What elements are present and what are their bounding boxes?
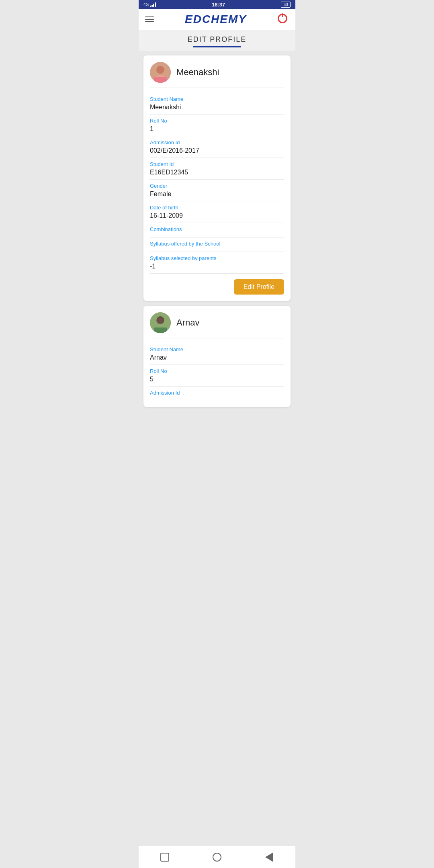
label-roll-no: Roll No [150,118,284,124]
label-student-id: Student Id [150,161,284,167]
signal-bars [150,2,156,7]
signal-bar-3 [153,4,154,7]
hamburger-line-2 [145,19,154,20]
label-student-name: Student Name [150,96,284,102]
value-admission-id: 002/E/2016-2017 [150,147,284,154]
signal-bar-4 [155,2,156,7]
power-button[interactable] [278,14,289,25]
value-student-name-arnav: Arnav [150,354,284,361]
avatar-svg-arnav [150,312,171,333]
card-header-meenakshi: Meenakshi [150,62,284,88]
page-title-section: EDIT PROFILE [139,30,295,51]
field-student-name-arnav: Student Name Arnav [150,343,284,365]
label-syllabus-school: Syllabus offered by the School [150,241,284,247]
field-syllabus-school-meenakshi: Syllabus offered by the School [150,237,284,252]
value-syllabus-parents: -1 [150,263,284,270]
avatar-meenakshi [150,62,171,83]
hamburger-line-1 [145,16,154,17]
profile-card-meenakshi: Meenakshi Student Name Meenakshi Roll No… [143,55,291,301]
field-roll-no-arnav: Roll No 5 [150,365,284,387]
signal-bar-1 [150,6,151,7]
field-dob-meenakshi: Date of birth 16-11-2009 [150,201,284,223]
hamburger-line-3 [145,21,154,22]
page-title: EDIT PROFILE [139,35,295,44]
field-admission-id-arnav: Admission Id [150,387,284,401]
app-logo: EDCHEMY [185,13,247,26]
label-syllabus-parents: Syllabus selected by parents [150,255,284,261]
field-student-name-meenakshi: Student Name Meenakshi [150,93,284,115]
label-admission-id-arnav: Admission Id [150,390,284,396]
status-left: 4G [143,2,156,7]
network-label: 4G [143,2,149,7]
card-header-arnav: Arnav [150,312,284,338]
svg-rect-9 [154,328,167,333]
power-circle-icon [278,14,287,23]
svg-point-3 [157,66,164,73]
avatar-arnav [150,312,171,333]
app-header: EDCHEMY [139,9,295,30]
title-underline [193,46,241,47]
label-admission-id: Admission Id [150,139,284,145]
card-name-meenakshi: Meenakshi [176,67,219,78]
field-roll-no-meenakshi: Roll No 1 [150,115,284,136]
label-combinations: Combinations [150,226,284,232]
hamburger-menu[interactable] [145,16,154,22]
label-roll-no-arnav: Roll No [150,368,284,374]
value-gender: Female [150,190,284,198]
value-roll-no-arnav: 5 [150,376,284,383]
svg-rect-4 [154,77,167,83]
field-combinations-meenakshi: Combinations [150,223,284,237]
label-dob: Date of birth [150,205,284,211]
value-student-id: E16ED12345 [150,169,284,176]
field-admission-id-meenakshi: Admission Id 002/E/2016-2017 [150,136,284,158]
svg-point-8 [157,316,164,323]
avatar-svg-meenakshi [150,62,171,83]
card-footer-meenakshi: Edit Profile [150,279,284,295]
value-dob: 16-11-2009 [150,212,284,219]
card-name-arnav: Arnav [176,317,199,328]
edit-profile-button-meenakshi[interactable]: Edit Profile [234,279,284,295]
label-gender: Gender [150,183,284,189]
field-student-id-meenakshi: Student Id E16ED12345 [150,158,284,180]
signal-bar-2 [151,5,153,7]
value-roll-no: 1 [150,125,284,133]
field-syllabus-parents-meenakshi: Syllabus selected by parents -1 [150,252,284,274]
content-area: Meenakshi Student Name Meenakshi Roll No… [139,51,295,412]
profile-card-arnav: Arnav Student Name Arnav Roll No 5 Admis… [143,306,291,407]
battery-icon: 60 [281,2,291,8]
value-student-name: Meenakshi [150,104,284,111]
field-gender-meenakshi: Gender Female [150,180,284,201]
status-bar: 4G 18:37 60 [139,0,295,9]
status-time: 18:37 [212,2,225,8]
label-student-name-arnav: Student Name [150,346,284,352]
